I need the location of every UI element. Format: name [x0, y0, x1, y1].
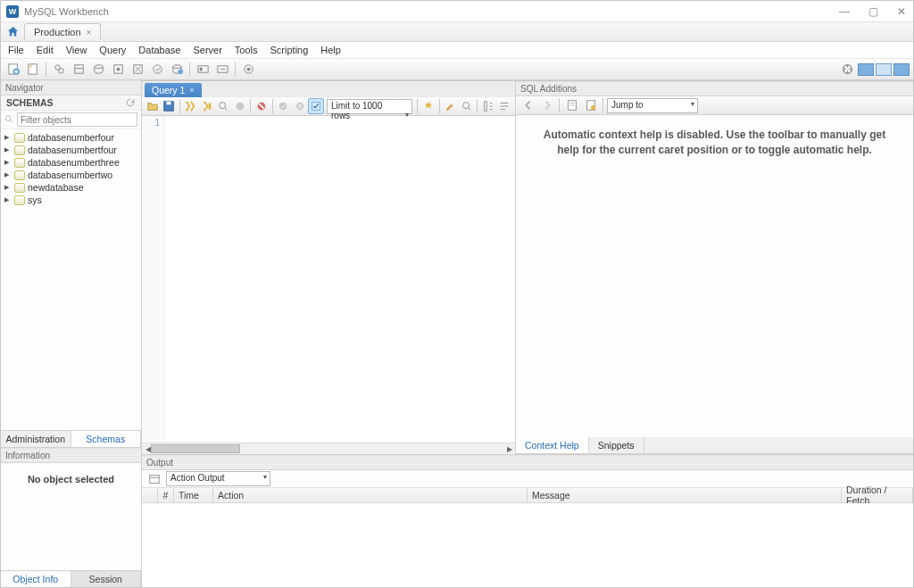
menu-file[interactable]: File: [3, 43, 29, 57]
query-tab[interactable]: Query 1 ×: [145, 83, 202, 97]
toolbar-icon-7[interactable]: [168, 61, 186, 79]
database-icon: [14, 158, 25, 168]
schema-item[interactable]: ▶databasenumberthree: [1, 156, 141, 169]
connection-tab-production[interactable]: Production ×: [24, 23, 101, 40]
reconnect-icon[interactable]: [838, 61, 856, 79]
menu-help[interactable]: Help: [315, 43, 346, 57]
col-number[interactable]: #: [158, 488, 174, 502]
schema-item[interactable]: ▶databasenumbertfour: [1, 144, 141, 156]
tab-session[interactable]: Session: [71, 571, 142, 587]
invisible-chars-icon[interactable]: [497, 98, 512, 114]
menu-tools[interactable]: Tools: [229, 43, 263, 57]
schema-item[interactable]: ▶newdatabase: [1, 181, 141, 194]
toolbar-icon-9[interactable]: [213, 61, 231, 79]
no-limit-icon[interactable]: [253, 98, 269, 114]
toolbar-icon-6[interactable]: [148, 61, 166, 79]
toolbar-icon-10[interactable]: [239, 61, 257, 79]
autocommit-icon[interactable]: [308, 98, 324, 114]
toggle-secondary-sidebar-icon[interactable]: [893, 63, 910, 76]
svg-point-4: [58, 69, 63, 74]
menu-edit[interactable]: Edit: [31, 43, 59, 57]
database-icon: [14, 183, 25, 193]
output-header: Output: [142, 455, 913, 470]
execute-icon[interactable]: [183, 98, 198, 114]
tab-schemas[interactable]: Schemas: [71, 431, 142, 447]
menu-database[interactable]: Database: [133, 43, 186, 57]
toolbar-icon-5[interactable]: [129, 61, 146, 79]
toggle-output-icon[interactable]: [876, 63, 892, 76]
menu-query[interactable]: Query: [94, 43, 131, 57]
stop-icon[interactable]: [232, 98, 247, 114]
save-file-icon[interactable]: [161, 98, 176, 114]
toolbar-icon-1[interactable]: [50, 61, 68, 79]
svg-point-29: [462, 103, 469, 109]
col-message[interactable]: Message: [528, 488, 842, 502]
schemas-section-label: SCHEMAS: [1, 95, 141, 111]
menubar: File Edit View Query Database Server Too…: [1, 42, 913, 59]
search-icon: [4, 114, 14, 125]
minimize-button[interactable]: —: [838, 5, 851, 18]
svg-point-11: [172, 65, 180, 69]
svg-rect-5: [74, 65, 82, 73]
sql-additions-panel: SQL Additions Jump to Automatic context …: [516, 81, 913, 454]
find-icon[interactable]: [459, 98, 474, 114]
open-file-icon[interactable]: [145, 98, 160, 114]
refresh-schemas-icon[interactable]: [125, 97, 136, 108]
close-query-tab-icon[interactable]: ×: [189, 86, 194, 95]
wrap-icon[interactable]: [480, 98, 495, 114]
scroll-right-icon[interactable]: ▶: [503, 443, 515, 454]
database-icon: [14, 145, 25, 155]
auto-help-icon[interactable]: [582, 97, 599, 113]
scroll-thumb[interactable]: [151, 444, 240, 453]
nav-back-icon[interactable]: [519, 97, 536, 113]
close-button[interactable]: ✕: [895, 5, 908, 18]
rollback-icon[interactable]: [292, 98, 307, 114]
row-limit-dropdown[interactable]: Limit to 1000 rows: [327, 99, 412, 114]
col-blank[interactable]: [142, 488, 158, 502]
col-time[interactable]: Time: [174, 488, 213, 502]
toolbar-icon-4[interactable]: [109, 61, 127, 79]
nav-forward-icon[interactable]: [538, 97, 555, 113]
schema-item[interactable]: ▶databasenumbertwo: [1, 169, 141, 181]
jump-to-dropdown[interactable]: Jump to: [607, 98, 698, 113]
toolbar-icon-3[interactable]: [89, 61, 107, 79]
commit-icon[interactable]: [276, 98, 291, 114]
code-editor[interactable]: 1: [142, 116, 515, 443]
col-action[interactable]: Action: [213, 488, 528, 502]
brush-icon[interactable]: [443, 98, 458, 114]
output-dropdown[interactable]: Action Output: [166, 471, 270, 486]
open-sql-script-icon[interactable]: [24, 61, 42, 79]
toggle-sidebar-icon[interactable]: [858, 63, 874, 76]
manual-help-icon[interactable]: [563, 97, 580, 113]
filter-objects-input[interactable]: [17, 112, 137, 127]
col-duration[interactable]: Duration / Fetch: [842, 488, 913, 502]
close-tab-icon[interactable]: ×: [87, 28, 92, 37]
sql-additions-header: SQL Additions: [516, 81, 913, 96]
svg-point-19: [5, 116, 11, 121]
execute-current-icon[interactable]: [199, 98, 214, 114]
maximize-button[interactable]: ▢: [867, 5, 879, 18]
new-sql-tab-icon[interactable]: [4, 61, 22, 79]
svg-point-26: [279, 103, 287, 111]
toolbar-icon-8[interactable]: [194, 61, 212, 79]
home-icon[interactable]: [4, 24, 21, 40]
query-tab-label: Query 1: [152, 85, 185, 95]
beautify-icon[interactable]: [420, 98, 436, 114]
menu-scripting[interactable]: Scripting: [265, 43, 314, 57]
connection-tab-strip: Production ×: [1, 22, 913, 42]
output-type-icon[interactable]: [145, 471, 162, 487]
code-text[interactable]: [165, 116, 515, 443]
tab-snippets[interactable]: Snippets: [589, 437, 644, 453]
toolbar-icon-2[interactable]: [70, 61, 87, 79]
tab-administration[interactable]: Administration: [1, 431, 71, 447]
menu-view[interactable]: View: [61, 43, 93, 57]
tab-object-info[interactable]: Object Info: [1, 571, 71, 587]
output-panel: Output Action Output # Time Action Messa…: [142, 454, 913, 587]
query-tab-strip: Query 1 ×: [142, 81, 515, 97]
schema-item[interactable]: ▶sys: [1, 194, 141, 206]
schema-item[interactable]: ▶databasenumberfour: [1, 131, 141, 144]
horizontal-scrollbar[interactable]: ◀ ▶: [142, 443, 515, 454]
explain-icon[interactable]: [216, 98, 231, 114]
menu-server[interactable]: Server: [187, 43, 227, 57]
tab-context-help[interactable]: Context Help: [516, 437, 589, 453]
